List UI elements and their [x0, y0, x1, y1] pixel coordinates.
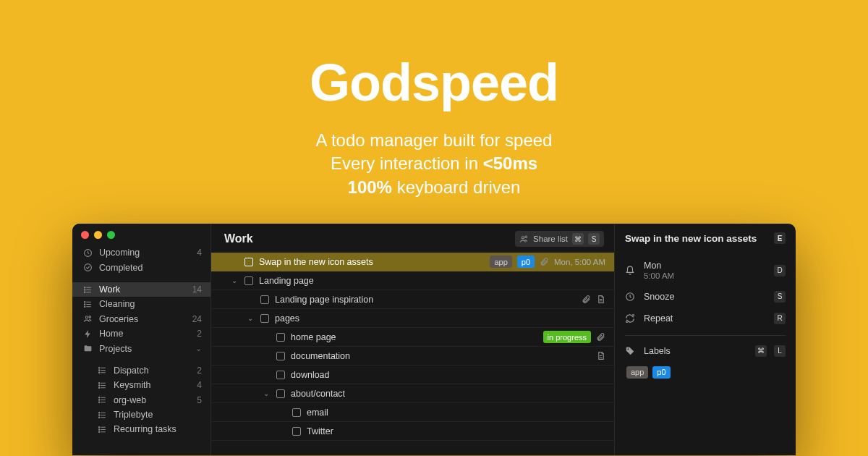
checkbox[interactable] — [244, 276, 253, 285]
svg-point-15 — [98, 387, 99, 388]
details-snooze[interactable]: Snooze S — [625, 286, 786, 308]
sidebar-item-dispatch[interactable]: Dispatch2 — [72, 363, 210, 378]
list-icon — [97, 381, 107, 390]
checkbox[interactable] — [276, 389, 285, 398]
close-window-icon[interactable] — [81, 231, 89, 239]
sidebar-item-projects[interactable]: Projects⌄ — [72, 341, 210, 355]
kbd-cmd: ⌘ — [755, 345, 767, 357]
svg-point-18 — [98, 402, 99, 402]
sidebar-item-groceries[interactable]: Groceries24 — [72, 312, 210, 326]
repeat-icon — [625, 313, 637, 324]
label-pill[interactable]: p0 — [517, 256, 535, 268]
sidebar-item-cleaning[interactable]: Cleaning — [72, 297, 210, 311]
details-title: Swap in the new icon assets — [625, 233, 757, 244]
task-title: Swap in the new icon assets — [259, 257, 484, 267]
list-header: Work Share list ⌘ S — [211, 224, 614, 253]
checkbox[interactable] — [260, 295, 269, 304]
sidebar-item-completed[interactable]: Completed — [72, 261, 210, 275]
task-list: Swap in the new icon assetsappp0Mon, 5:0… — [211, 253, 614, 455]
label-pill[interactable]: app — [626, 366, 648, 379]
sidebar-item-label: org-web — [114, 395, 146, 405]
details-date[interactable]: Mon 5:00 AM D — [625, 256, 786, 286]
folder-icon — [82, 344, 93, 353]
task-row[interactable]: Twitter — [211, 422, 614, 441]
checkbox[interactable] — [276, 352, 285, 360]
sidebar-item-label: Completed — [99, 263, 142, 273]
list-icon — [82, 285, 93, 295]
sidebar-item-count: 2 — [197, 366, 202, 376]
share-icon — [519, 235, 529, 244]
bolt-icon — [82, 329, 93, 339]
share-list-button[interactable]: Share list ⌘ S — [515, 231, 604, 247]
details-repeat[interactable]: Repeat R — [625, 308, 786, 329]
checkbox[interactable] — [260, 314, 269, 323]
task-row[interactable]: documentation — [211, 347, 614, 366]
zoom-window-icon[interactable] — [107, 231, 115, 239]
list-icon — [97, 395, 107, 405]
sidebar-item-label: Upcoming — [99, 248, 140, 258]
sidebar-item-org-web[interactable]: org-web5 — [72, 393, 210, 408]
sidebar-item-upcoming[interactable]: Upcoming4 — [72, 245, 210, 260]
sidebar-item-triplebyte[interactable]: Triplebyte — [72, 408, 210, 422]
task-row[interactable]: ⌄Landing page — [211, 271, 614, 290]
checkbox[interactable] — [292, 408, 301, 417]
task-title: pages — [275, 313, 600, 324]
list-icon — [97, 425, 107, 434]
sidebar-item-recurring-tasks[interactable]: Recurring tasks — [72, 422, 210, 436]
details-labels-heading[interactable]: Labels ⌘ L — [625, 340, 786, 362]
disclosure-icon[interactable]: ⌄ — [230, 276, 239, 284]
task-row[interactable]: ⌄about/contact — [211, 384, 614, 403]
sidebar-item-label: Groceries — [99, 314, 138, 324]
svg-point-7 — [84, 306, 85, 307]
checkbox[interactable] — [276, 371, 285, 379]
attachment-icon — [540, 257, 549, 266]
svg-point-20 — [98, 414, 99, 415]
kbd-cmd: ⌘ — [572, 233, 584, 245]
svg-point-10 — [98, 368, 99, 368]
sidebar: Upcoming4Completed Work14CleaningGroceri… — [72, 224, 211, 455]
task-title: home page — [291, 332, 537, 342]
label-pill[interactable]: p0 — [652, 366, 670, 379]
list-icon — [82, 300, 93, 309]
svg-point-1 — [84, 264, 91, 271]
sidebar-item-label: Keysmith — [114, 380, 150, 390]
kbd-r: R — [774, 313, 786, 324]
sidebar-item-keysmith[interactable]: Keysmith4 — [72, 378, 210, 392]
window-controls[interactable] — [81, 231, 115, 239]
attachment-icon — [596, 332, 605, 342]
svg-point-2 — [84, 287, 85, 287]
task-row[interactable]: Landing page inspiration — [211, 290, 614, 309]
task-row[interactable]: home pagein progress — [211, 328, 614, 347]
due-date: Mon, 5:00 AM — [554, 258, 605, 266]
list-icon — [97, 366, 107, 375]
label-pill[interactable]: app — [490, 256, 511, 268]
label-pill[interactable]: in progress — [543, 331, 591, 343]
sidebar-item-work[interactable]: Work14 — [72, 282, 210, 297]
tag-icon — [625, 346, 637, 356]
checkbox[interactable] — [276, 333, 285, 342]
sidebar-item-count: 4 — [197, 248, 202, 258]
clock-icon — [82, 248, 93, 258]
svg-point-9 — [88, 316, 90, 318]
disclosure-icon[interactable]: ⌄ — [262, 389, 271, 397]
sidebar-item-home[interactable]: Home2 — [72, 326, 210, 341]
task-row[interactable]: ⌄pages — [211, 309, 614, 328]
sidebar-item-label: Home — [99, 329, 123, 339]
minimize-window-icon[interactable] — [94, 231, 102, 239]
app-window: Upcoming4Completed Work14CleaningGroceri… — [72, 224, 796, 455]
svg-point-12 — [98, 373, 99, 373]
sidebar-item-count: 14 — [192, 284, 202, 295]
attachment-icon — [582, 295, 591, 304]
task-row[interactable]: Swap in the new icon assetsappp0Mon, 5:0… — [211, 253, 614, 271]
task-title: documentation — [291, 351, 590, 361]
task-title: about/contact — [291, 389, 600, 399]
task-title: Twitter — [307, 426, 600, 436]
task-row[interactable]: email — [211, 403, 614, 422]
svg-point-5 — [84, 302, 85, 303]
disclosure-icon[interactable]: ⌄ — [246, 314, 255, 322]
checkbox[interactable] — [292, 427, 301, 436]
checkbox[interactable] — [244, 258, 253, 266]
task-row[interactable]: download — [211, 366, 614, 384]
svg-point-4 — [84, 292, 85, 292]
sidebar-item-count: 4 — [197, 380, 202, 390]
